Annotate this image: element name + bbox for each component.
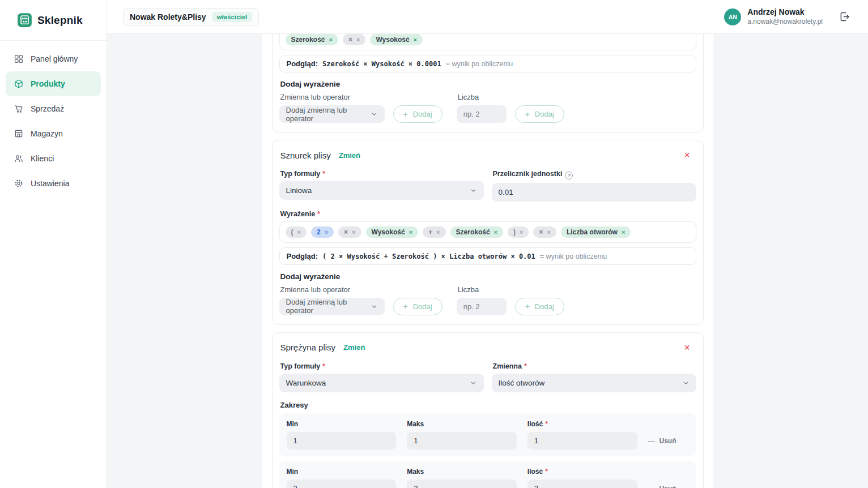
expression-tag: ( × [286, 226, 307, 238]
formula-card-partial: Szerokość × × × Wysokość × [272, 34, 704, 132]
warehouse-icon [14, 129, 24, 139]
expression-tag: × × [338, 226, 361, 238]
unit-factor-input[interactable] [492, 183, 696, 202]
tag-label: Szerokość [291, 36, 325, 44]
remove-tag-icon[interactable]: × [329, 36, 333, 43]
tag-label: ( [291, 228, 293, 236]
expression-label: Wyrażenie [280, 210, 695, 218]
sidebar-nav: Panel główny Produkty Sprzedaż [0, 41, 107, 196]
tag-label: × [539, 228, 543, 236]
variable-label: Zmienna [493, 362, 695, 370]
formula-type-select[interactable]: Liniowa [279, 181, 484, 200]
user-info: Andrzej Nowak a.nowak@nowakrolety.pl [747, 7, 823, 26]
change-component-link[interactable]: Zmień [343, 343, 365, 352]
store-logo-icon [17, 12, 32, 28]
add-expression-controls: Zmienna lub operator Dodaj zmienną lub o… [279, 93, 696, 123]
variable-operator-select[interactable]: Dodaj zmienną lub operator [279, 298, 385, 315]
sidebar-item-label: Sprzedaż [31, 104, 64, 113]
add-number-button[interactable]: + Dodaj [515, 298, 564, 315]
add-variable-button[interactable]: + Dodaj [393, 105, 442, 123]
sidebar-item[interactable]: Magazyn [6, 121, 101, 146]
remove-tag-icon[interactable]: × [547, 229, 550, 236]
preview-formula: Szerokość × Wysokość × 0.0001 [322, 60, 441, 68]
variable-operator-label: Zmienna lub operator [280, 93, 441, 101]
role-badge: właściciel [212, 12, 253, 22]
tag-label: + [428, 228, 432, 236]
preview-label: Podgląd: [287, 59, 318, 68]
remove-tag-icon[interactable]: × [622, 229, 625, 236]
range-maks-input[interactable] [407, 480, 517, 488]
number-label: Liczba [458, 93, 563, 101]
remove-tag-icon[interactable]: × [325, 229, 328, 236]
remove-tag-icon[interactable]: × [494, 229, 497, 236]
sidebar: Sklepnik Panel główny Produkty [0, 0, 107, 488]
chevron-down-icon [371, 303, 378, 310]
ranges-label: Zakresy [280, 401, 695, 409]
remove-tag-icon[interactable]: × [356, 36, 360, 43]
tag-label: Wysokość [372, 228, 405, 236]
card-header: Sprężyna plisy Zmień ✕ [280, 342, 695, 353]
app-root: Sklepnik Panel główny Produkty [0, 0, 868, 488]
sidebar-item-label: Ustawienia [31, 179, 69, 188]
products-icon [14, 79, 24, 89]
remove-range-button[interactable]: — Usuń [648, 485, 689, 488]
remove-card-icon[interactable]: ✕ [679, 149, 695, 161]
add-expression-controls: Zmienna lub operator Dodaj zmienną lub o… [279, 285, 696, 315]
user-cluster: AN Andrzej Nowak a.nowak@nowakrolety.pl [724, 7, 850, 26]
remove-tag-icon[interactable]: × [297, 229, 301, 236]
tag-label: × [344, 228, 348, 236]
sidebar-item-label: Klienci [31, 154, 54, 163]
formula-card-sprezyna: Sprężyna plisy Zmień ✕ Typ formuły Warun… [272, 332, 704, 488]
expression-tag: × × [343, 34, 365, 45]
expression-tag: Liczba otworów × [561, 226, 631, 238]
sidebar-item[interactable]: Ustawienia [6, 171, 101, 196]
formula-type-select[interactable]: Warunkowa [279, 374, 484, 392]
range-ilosc-input[interactable] [527, 480, 637, 488]
logout-icon[interactable] [839, 11, 850, 23]
preview-result-hint: = wynik po obliczeniu [540, 252, 607, 260]
sidebar-item[interactable]: Produkty [6, 71, 101, 96]
formula-type-label: Typ formuły [280, 170, 483, 178]
range-min-input[interactable] [287, 432, 397, 450]
expression-tag: Szerokość × [286, 34, 338, 45]
change-component-link[interactable]: Zmień [339, 151, 360, 160]
company-selector[interactable]: Nowak Rolety&Plisy właściciel [123, 8, 259, 26]
sidebar-item[interactable]: Klienci [6, 146, 101, 171]
range-maks-input[interactable] [407, 432, 517, 450]
add-variable-button[interactable]: + Dodaj [393, 298, 442, 315]
range-ilosc-label: Ilość [527, 468, 637, 476]
sidebar-item[interactable]: Panel główny [6, 46, 101, 71]
help-icon[interactable]: ? [565, 172, 573, 179]
avatar: AN [724, 8, 741, 25]
expression-tags: Szerokość × × × Wysokość × [279, 34, 696, 50]
card-header: Sznurek plisy Zmień ✕ [280, 149, 695, 161]
add-expression-title: Dodaj wyrażenie [280, 272, 695, 281]
remove-tag-icon[interactable]: × [352, 229, 355, 236]
variable-operator-select[interactable]: Dodaj zmienną lub operator [279, 105, 385, 123]
variable-select[interactable]: Ilość otworów [492, 374, 696, 392]
range-ilosc-input[interactable] [527, 432, 637, 450]
remove-tag-icon[interactable]: × [414, 36, 417, 43]
content-scroll-area: Szerokość × × × Wysokość × [107, 34, 868, 488]
tag-label: ) [513, 228, 516, 236]
number-input[interactable] [457, 105, 507, 123]
sidebar-item-label: Produkty [31, 79, 65, 88]
remove-card-icon[interactable]: ✕ [679, 342, 695, 353]
remove-tag-icon[interactable]: × [409, 229, 412, 236]
plus-icon: + [525, 110, 530, 119]
ranges-list: Min Maks Ilość [279, 413, 696, 488]
add-expression-title: Dodaj wyrażenie [280, 80, 695, 88]
expression-tags: ( × 2 × × × [279, 221, 696, 243]
remove-tag-icon[interactable]: × [520, 229, 523, 236]
sidebar-item[interactable]: Sprzedaż [6, 96, 101, 121]
number-input[interactable] [457, 298, 507, 315]
add-number-button[interactable]: + Dodaj [515, 105, 564, 123]
user-name: Andrzej Nowak [747, 7, 823, 18]
tag-label: 2 [317, 228, 321, 236]
range-row: Min Maks Ilość [279, 461, 696, 488]
remove-range-button[interactable]: — Usuń [648, 437, 689, 445]
range-min-input[interactable] [287, 480, 397, 488]
variable-operator-label: Zmienna lub operator [280, 285, 441, 294]
formula-preview: Podgląd: ( 2 × Wysokość + Szerokość ) × … [279, 247, 696, 265]
remove-tag-icon[interactable]: × [436, 229, 440, 236]
